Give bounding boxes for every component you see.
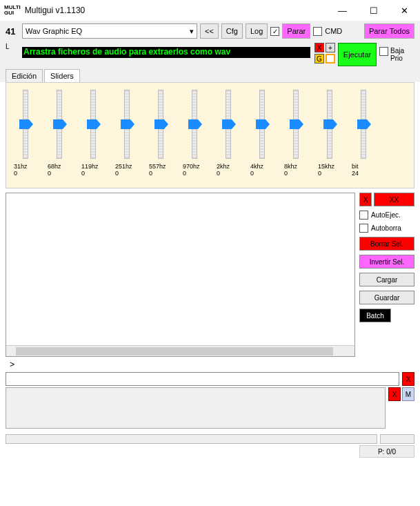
progress-bar-1 [6, 434, 377, 444]
slider-thumb-icon[interactable] [87, 119, 101, 129]
chevron-down-icon: ▾ [190, 27, 194, 36]
xx-row-button[interactable]: XX [374, 193, 414, 206]
toolbar: 41 Wav Graphic EQ ▾ << Cfg Log ✓ Parar C… [0, 21, 420, 41]
drop-banner[interactable]: Arrastra ficheros de audio para extraerl… [22, 47, 310, 58]
output-area[interactable] [6, 387, 386, 429]
autoborra-checkbox[interactable] [359, 224, 368, 233]
slider-label: 8khz0 [284, 163, 308, 177]
maximize-button[interactable]: ☐ [358, 0, 389, 21]
slider-thumb-icon[interactable] [188, 119, 202, 129]
tab-edicion[interactable]: Edición [6, 69, 43, 82]
baja-prio-label: BajaPrio [390, 47, 404, 62]
guardar-button[interactable]: Guardar [359, 291, 414, 304]
titlebar: MULTIGUI Multigui v1.1130 — ☐ ✕ [0, 0, 420, 21]
window-title: Multigui v1.1130 [25, 6, 327, 15]
eq-slider-4[interactable]: 557hz0 [152, 90, 169, 184]
sliders-panel: 31hz068hz0119hz0251hz0557hz0970hz02khz04… [6, 82, 414, 188]
slider-label: bit24 [352, 163, 375, 177]
slider-thumb-icon[interactable] [53, 119, 67, 129]
x-button[interactable]: X [314, 43, 324, 52]
slider-label: 15khz0 [318, 163, 341, 177]
eq-slider-0[interactable]: 31hz0 [17, 90, 34, 184]
eq-slider-7[interactable]: 4khz0 [254, 90, 270, 184]
cargar-button[interactable]: Cargar [359, 273, 414, 286]
tab-sliders[interactable]: Sliders [44, 69, 80, 82]
list-area: X XX AutoEjec. Autoborra Borrar Sel. Inv… [6, 193, 414, 357]
minimize-button[interactable]: — [327, 0, 358, 21]
cmd-checkbox[interactable] [313, 27, 322, 36]
parar-button[interactable]: Parar [282, 23, 310, 39]
x-row-button[interactable]: X [359, 193, 372, 206]
slider-thumb-icon[interactable] [19, 119, 33, 129]
preset-label: Wav Graphic EQ [26, 27, 82, 35]
eq-slider-3[interactable]: 251hz0 [119, 90, 135, 184]
log-checkbox[interactable]: ✓ [270, 27, 279, 36]
slider-thumb-icon[interactable] [256, 119, 270, 129]
eq-slider-1[interactable]: 68hz0 [51, 90, 68, 184]
autoejec-label: AutoEjec. [371, 211, 401, 219]
slider-thumb-icon[interactable] [121, 119, 134, 129]
slider-thumb-icon[interactable] [357, 119, 371, 129]
banner-row: L Arrastra ficheros de audio para extrae… [0, 41, 420, 69]
slider-thumb-icon[interactable] [290, 119, 303, 129]
eq-slider-5[interactable]: 970hz0 [186, 90, 203, 184]
borrar-sel-button[interactable]: Borrar Sel. [359, 237, 414, 251]
parar-todos-button[interactable]: Parar Todos [364, 23, 414, 39]
progress-bar-2 [380, 434, 414, 444]
log-button[interactable]: Log [246, 23, 268, 39]
preset-number: 41 [6, 26, 19, 37]
batch-button[interactable]: Batch [359, 309, 391, 322]
eq-slider-2[interactable]: 119hz0 [85, 90, 101, 184]
slider-label: 4khz0 [250, 163, 274, 177]
autoborra-label: Autoborra [371, 224, 401, 232]
app-logo: MULTIGUI [4, 5, 21, 16]
eq-slider-6[interactable]: 2khz0 [220, 90, 237, 184]
slider-label: 119hz0 [81, 163, 105, 177]
clear-input-1[interactable]: X [402, 372, 414, 386]
preset-dropdown[interactable]: Wav Graphic EQ ▾ [22, 23, 197, 39]
cmd-label: CMD [325, 27, 342, 35]
slider-thumb-icon[interactable] [154, 119, 168, 129]
eq-slider-8[interactable]: 8khz0 [288, 90, 304, 184]
invertir-sel-button[interactable]: Invertir Sel. [359, 255, 414, 269]
file-list[interactable] [6, 193, 355, 357]
autoejec-checkbox[interactable] [359, 211, 368, 220]
slider-thumb-icon[interactable] [222, 119, 236, 129]
baja-prio-checkbox[interactable] [379, 47, 388, 56]
color-box[interactable] [326, 54, 335, 64]
tabs: Edición Sliders [0, 69, 420, 82]
channel-label: L [6, 43, 19, 50]
slider-label: 970hz0 [183, 163, 206, 177]
app-window: MULTIGUI Multigui v1.1130 — ☐ ✕ 41 Wav G… [0, 0, 420, 506]
status-count: P: 0/0 [359, 445, 414, 458]
command-input-1[interactable] [6, 372, 399, 386]
g-button[interactable]: G [314, 54, 324, 64]
ejecutar-button[interactable]: Ejecutar [338, 43, 377, 66]
expand-toggle[interactable]: > [10, 360, 414, 369]
plus-button[interactable]: + [326, 43, 335, 52]
back-button[interactable]: << [200, 23, 219, 39]
slider-label: 557hz0 [149, 163, 172, 177]
slider-label: 2khz0 [217, 163, 240, 177]
slider-label: 31hz0 [14, 163, 37, 177]
list-scrollbar[interactable] [6, 345, 354, 356]
slider-label: 251hz0 [115, 163, 139, 177]
eq-slider-10[interactable]: bit24 [355, 90, 372, 184]
cfg-button[interactable]: Cfg [221, 23, 243, 39]
slider-thumb-icon[interactable] [323, 119, 337, 129]
side-panel: X XX AutoEjec. Autoborra Borrar Sel. Inv… [359, 193, 414, 357]
m-button[interactable]: M [402, 387, 414, 401]
clear-output[interactable]: X [388, 387, 401, 401]
slider-label: 68hz0 [48, 163, 71, 177]
eq-slider-9[interactable]: 15khz0 [321, 90, 338, 184]
close-button[interactable]: ✕ [389, 0, 420, 21]
